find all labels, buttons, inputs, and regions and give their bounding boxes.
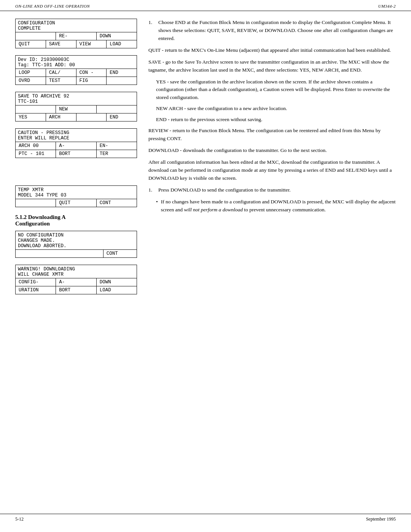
warning-header: WARNING! DOWNLOADING WILL CHANGE XMTR <box>16 265 137 278</box>
box1-r1-c1 <box>16 32 56 40</box>
temp-xmtr-row1: QUIT CONT <box>16 199 137 207</box>
box2-r2-c2[interactable]: TEST <box>46 77 76 85</box>
indent-end: END - return to the previous screen with… <box>156 116 396 124</box>
indent-yes: YES - save the configuration in the arch… <box>156 78 396 102</box>
no-config-header: NO CONFIGURATION CHANGES MADE. DOWNLOAD … <box>16 231 137 249</box>
caution-row1: ARCH 00 A- EN- <box>16 142 137 150</box>
box2-r1-c1[interactable]: LOOP <box>16 69 46 77</box>
box7-r1-c2: A- <box>56 278 96 286</box>
numbered-item-1: 1. Choose END at the Function Block Menu… <box>148 19 396 43</box>
box3-r1-c1 <box>16 105 56 113</box>
bullet-icon: • <box>156 198 158 214</box>
dev-id-header: Dev ID: 210300003C Tag: TTC-101 ADD: 00 <box>16 56 137 69</box>
box3-r1-c2: NEW <box>56 105 96 113</box>
box2-r2-c3[interactable]: FIG <box>76 77 107 85</box>
box4-r2-c1: PTC - 101 <box>16 150 56 158</box>
header-left: ON-LINE AND OFF-LINE OPERATION <box>15 4 90 8</box>
dev-id-row1: LOOP CAL/ CON - END <box>16 69 137 77</box>
box4-r1-c3: EN- <box>97 142 137 150</box>
dev-id-row2: OVRD TEST FIG <box>16 77 137 85</box>
box1-r2-c2[interactable]: SAVE <box>46 40 76 48</box>
right-column: 1. Choose END at the Function Block Menu… <box>148 19 396 301</box>
footer-left: 5-12 <box>15 516 24 522</box>
box2-r1-c3[interactable]: CON - <box>76 69 107 77</box>
footer-right: September 1995 <box>366 516 396 522</box>
box1-r1-c2: RE- <box>56 32 96 40</box>
box7-r2-c3: LOAD <box>97 286 137 294</box>
review-para: REVIEW - return to the Function Block Me… <box>148 127 396 143</box>
box2-r2-c4 <box>107 77 137 85</box>
box2-r2-c1[interactable]: OVRD <box>16 77 46 85</box>
box1-r2-c3[interactable]: VIEW <box>76 40 107 48</box>
item3-num: 1. <box>148 186 155 194</box>
box4-r2-c3: TER <box>97 150 137 158</box>
box2-r1-c4[interactable]: END <box>107 69 137 77</box>
warning-row2: URATION BORT LOAD <box>16 286 137 294</box>
box3-r2-c4[interactable]: END <box>107 113 137 121</box>
box7-r2-c1: URATION <box>16 286 56 294</box>
box4-r2-c2: BORT <box>56 150 96 158</box>
dev-id-box: Dev ID: 210300003C Tag: TTC-101 ADD: 00 … <box>15 55 137 85</box>
section-heading: 5.1.2 Downloading A Configuration <box>15 214 137 227</box>
item1-text: Choose END at the Function Block Menu in… <box>158 19 396 43</box>
box7-r1-c1: CONFIG- <box>16 278 56 286</box>
box6-r1-c2[interactable]: CONT <box>104 250 137 257</box>
quit-para: QUIT - return to the MXC's On-Line Menu … <box>148 46 396 54</box>
box5-r1-c3[interactable]: CONT <box>97 199 137 207</box>
temp-xmtr-box: TEMP XMTR MODEL 344 TYPE 03 QUIT CONT <box>15 185 137 207</box>
bullet-item-1: • If no changes have been made to a conf… <box>156 198 396 214</box>
warning-download-box: WARNING! DOWNLOADING WILL CHANGE XMTR CO… <box>15 265 137 294</box>
box1-r2-c4[interactable]: LOAD <box>107 40 137 48</box>
config-complete-row1: RE- DOWN <box>16 32 137 40</box>
indent-newarch: NEW ARCH - save the configuration to a n… <box>156 105 396 113</box>
box3-r1-c3 <box>97 105 137 113</box>
box5-r1-c1 <box>16 199 56 207</box>
save-archive-box: SAVE TO ARCHIVE 92 TTC-101 NEW YES ARCH … <box>15 92 137 121</box>
box3-r2-c3 <box>76 113 107 121</box>
no-config-box: NO CONFIGURATION CHANGES MADE. DOWNLOAD … <box>15 231 137 258</box>
config-complete-row2: QUIT SAVE VIEW LOAD <box>16 40 137 48</box>
after-config-para: After all configuration information has … <box>148 158 396 182</box>
config-complete-header: CONFIGURATION COMPLETE <box>16 19 137 32</box>
box2-r1-c2[interactable]: CAL/ <box>46 69 76 77</box>
left-column: CONFIGURATION COMPLETE RE- DOWN QUIT SAV… <box>15 19 137 301</box>
box7-r2-c2: BORT <box>56 286 96 294</box>
temp-xmtr-header: TEMP XMTR MODEL 344 TYPE 03 <box>16 186 137 199</box>
box3-r2-c2[interactable]: ARCH <box>46 113 76 121</box>
item3-text: Press DOWNLOAD to send the configuration… <box>158 186 291 194</box>
box4-r1-c2: A- <box>56 142 96 150</box>
item1-num: 1. <box>148 19 155 43</box>
save-para: SAVE - go to the Save To Archive screen … <box>148 58 396 74</box>
box1-r1-c3: DOWN <box>97 32 137 40</box>
spacer1 <box>15 165 137 172</box>
box3-r2-c1[interactable]: YES <box>16 113 46 121</box>
warning-row1: CONFIG- A- DOWN <box>16 278 137 286</box>
save-archive-header: SAVE TO ARCHIVE 92 TTC-101 <box>16 92 137 105</box>
no-config-row1: CONT <box>16 249 137 257</box>
header-right: UM344-2 <box>378 4 396 8</box>
spacer2 <box>15 172 137 179</box>
save-archive-row2: YES ARCH END <box>16 113 137 121</box>
box4-r1-c1: ARCH 00 <box>16 142 56 150</box>
box5-r1-c2[interactable]: QUIT <box>56 199 96 207</box>
box7-r1-c3: DOWN <box>97 278 137 286</box>
config-complete-box: CONFIGURATION COMPLETE RE- DOWN QUIT SAV… <box>15 19 137 48</box>
box1-r2-c1[interactable]: QUIT <box>16 40 46 48</box>
page-footer: 5-12 September 1995 <box>0 514 411 524</box>
caution-header: CAUTION - PRESSING ENTER WILL REPLACE <box>16 129 137 142</box>
save-archive-row1: NEW <box>16 105 137 113</box>
spacer3 <box>15 179 137 185</box>
caution-row2: PTC - 101 BORT TER <box>16 150 137 158</box>
main-content: CONFIGURATION COMPLETE RE- DOWN QUIT SAV… <box>0 11 411 309</box>
page-header: ON-LINE AND OFF-LINE OPERATION UM344-2 <box>0 0 411 11</box>
caution-box: CAUTION - PRESSING ENTER WILL REPLACE AR… <box>15 128 137 158</box>
bullet1-text: If no changes have been made to a config… <box>161 198 396 214</box>
box6-r1-c1 <box>16 250 104 257</box>
numbered-item-2: 1. Press DOWNLOAD to send the configurat… <box>148 186 396 194</box>
download-para: DOWNLOAD - downloads the configuration t… <box>148 147 396 155</box>
